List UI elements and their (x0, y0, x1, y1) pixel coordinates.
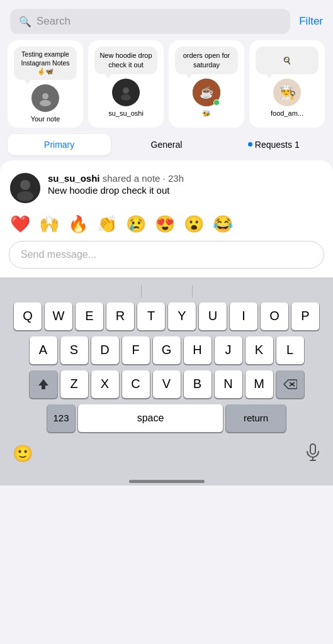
key-d[interactable]: D (91, 336, 119, 364)
conversation-header: su_su_oshi shared a note · 23h New hoodi… (0, 160, 333, 211)
emoji-reactions-row: ❤️ 🙌 🔥 👏 😢 😍 😮 😂 (0, 211, 333, 241)
convo-avatar[interactable] (10, 173, 40, 203)
svg-point-4 (121, 94, 131, 101)
inbox-tabs: Primary General Requests 1 (0, 134, 333, 160)
key-o[interactable]: O (261, 303, 288, 330)
convo-note-info: su_su_oshi shared a note · 23h New hoodi… (48, 173, 184, 196)
key-w[interactable]: W (45, 303, 72, 330)
emoji-raising-hands[interactable]: 🙌 (39, 216, 59, 232)
bubble-tail-2 (104, 74, 112, 79)
key-l[interactable]: L (276, 336, 304, 364)
key-q[interactable]: Q (14, 303, 42, 330)
conversation-area: su_su_oshi shared a note · 23h New hoodi… (0, 160, 333, 277)
search-placeholder: Search (37, 15, 71, 28)
key-g[interactable]: G (153, 336, 181, 364)
note-card-your-note[interactable]: Testing example Instagram Notes 🤞🦋 Your … (8, 40, 83, 128)
keyboard-top-bar (3, 282, 330, 303)
note-username-su-su-oshi: su_su_oshi (108, 109, 144, 117)
bubble-tail-4 (266, 74, 273, 79)
convo-note-text: New hoodie drop check it out (48, 185, 184, 196)
emoji-laugh[interactable]: 😂 (213, 216, 233, 232)
key-123[interactable]: 123 (47, 404, 75, 432)
bubble-tail-3 (185, 74, 193, 79)
home-bar (129, 480, 205, 483)
filter-button[interactable]: Filter (299, 15, 323, 28)
key-u[interactable]: U (199, 303, 227, 330)
search-icon: 🔍 (19, 16, 31, 28)
tab-primary[interactable]: Primary (8, 134, 111, 155)
bubble-tail (24, 79, 31, 84)
key-r[interactable]: R (106, 303, 134, 330)
key-backspace[interactable] (276, 370, 304, 398)
keyboard-area: Q W E R T Y U I O P A S D F G H J K L Z … (0, 277, 333, 486)
keyboard-mic-icon[interactable] (305, 443, 320, 465)
key-n[interactable]: N (215, 370, 242, 398)
key-b[interactable]: B (184, 370, 212, 398)
key-a[interactable]: A (30, 336, 57, 364)
emoji-crying[interactable]: 😢 (126, 216, 146, 232)
avatar-your-note (31, 84, 59, 112)
svg-rect-11 (310, 444, 315, 454)
key-space[interactable]: space (78, 404, 223, 432)
search-input-wrapper[interactable]: 🔍 Search (10, 9, 290, 34)
keyboard-row-2: A S D F G H J K L (3, 336, 330, 364)
svg-point-7 (17, 191, 33, 201)
requests-dot (248, 142, 252, 147)
key-t[interactable]: T (137, 303, 165, 330)
note-card-orders[interactable]: orders open for saturday ☕ 🐝 (169, 40, 244, 128)
tab-general[interactable]: General (115, 134, 218, 155)
note-username-your-note: Your note (31, 115, 60, 123)
avatar-su-su-oshi (112, 79, 140, 106)
search-bar-area: 🔍 Search Filter (0, 0, 333, 40)
emoji-fire[interactable]: 🔥 (68, 216, 88, 232)
keyboard-row-1: Q W E R T Y U I O P (3, 303, 330, 330)
note-bubble-food-am: 🍳 (256, 47, 319, 74)
keyboard-emoji-icon[interactable]: 🙂 (13, 444, 33, 464)
key-v[interactable]: V (153, 370, 181, 398)
emoji-heart[interactable]: ❤️ (10, 216, 30, 232)
key-s[interactable]: S (60, 336, 88, 364)
key-x[interactable]: X (91, 370, 119, 398)
emoji-surprised[interactable]: 😮 (184, 216, 204, 232)
key-m[interactable]: M (246, 370, 273, 398)
avatar-food-am: 👨‍🍳 (273, 79, 301, 106)
convo-user-line: su_su_oshi shared a note · 23h (48, 173, 184, 184)
key-c[interactable]: C (122, 370, 150, 398)
send-message-input[interactable] (9, 241, 324, 269)
green-dot (213, 99, 220, 106)
note-card-food-am[interactable]: 🍳 👨‍🍳 food_am... (249, 40, 325, 128)
send-message-area (0, 241, 333, 277)
key-h[interactable]: H (184, 336, 212, 364)
keyboard-bottom-bar: 🙂 (3, 438, 330, 475)
note-username-orders: 🐝 (202, 109, 211, 118)
key-i[interactable]: I (230, 303, 257, 330)
keyboard-divider-left (141, 285, 142, 297)
emoji-heart-eyes[interactable]: 😍 (155, 216, 175, 232)
svg-point-6 (20, 180, 30, 190)
keyboard-row-4: 123 space return (3, 404, 330, 432)
keyboard-divider-right (192, 285, 193, 297)
emoji-clap[interactable]: 👏 (97, 216, 117, 232)
note-card-su-su-oshi[interactable]: New hoodie drop check it out su_su_oshi (88, 40, 164, 128)
key-return[interactable]: return (226, 404, 286, 432)
tab-requests[interactable]: Requests 1 (222, 134, 325, 155)
notes-row: Testing example Instagram Notes 🤞🦋 Your … (0, 40, 333, 134)
avatar-orders: ☕ (193, 79, 220, 106)
note-username-food-am: food_am... (271, 109, 303, 117)
key-shift[interactable] (30, 370, 57, 398)
note-bubble-su-su-oshi: New hoodie drop check it out (94, 47, 157, 74)
key-z[interactable]: Z (60, 370, 88, 398)
home-indicator (3, 475, 330, 486)
key-e[interactable]: E (76, 303, 103, 330)
key-p[interactable]: P (291, 303, 319, 330)
key-y[interactable]: Y (168, 303, 196, 330)
note-bubble-orders: orders open for saturday (175, 47, 238, 74)
note-bubble-your-note: Testing example Instagram Notes 🤞🦋 (14, 47, 77, 80)
key-j[interactable]: J (215, 336, 242, 364)
key-k[interactable]: K (246, 336, 273, 364)
svg-marker-8 (38, 379, 48, 389)
svg-point-0 (42, 93, 48, 99)
svg-point-1 (40, 100, 51, 106)
key-f[interactable]: F (122, 336, 150, 364)
svg-point-3 (123, 87, 129, 94)
